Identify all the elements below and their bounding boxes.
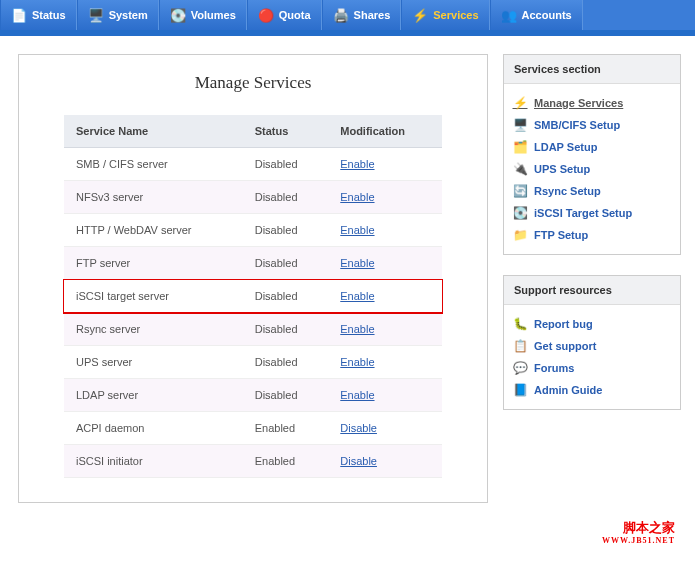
section-link-ldap-setup[interactable]: 🗂️LDAP Setup [510,136,674,158]
service-status: Disabled [243,346,329,379]
link-icon: 📘 [512,383,528,397]
enable-link[interactable]: Enable [340,191,374,203]
service-status: Disabled [243,181,329,214]
nav-system[interactable]: 🖥️System [77,0,159,30]
service-action-cell: Enable [328,247,442,280]
service-status: Disabled [243,379,329,412]
service-name: HTTP / WebDAV server [64,214,243,247]
section-link-rsync-setup[interactable]: 🔄Rsync Setup [510,180,674,202]
service-action-cell: Enable [328,346,442,379]
quota-icon: 🔴 [258,7,274,23]
nav-shares[interactable]: 🖨️Shares [322,0,402,30]
service-name: NFSv3 server [64,181,243,214]
service-name: iSCSI target server [64,280,243,313]
nav-accounts[interactable]: 👥Accounts [490,0,583,30]
link-icon: 🖥️ [512,118,528,132]
enable-link[interactable]: Enable [340,158,374,170]
service-status: Disabled [243,148,329,181]
service-name: FTP server [64,247,243,280]
service-action-cell: Enable [328,379,442,412]
link-icon: 🔌 [512,162,528,176]
enable-link[interactable]: Enable [340,224,374,236]
service-action-cell: Disable [328,445,442,478]
services-section-panel: Services section ⚡Manage Services🖥️SMB/C… [503,54,681,255]
accounts-icon: 👥 [501,7,517,23]
page-title: Manage Services [64,73,442,93]
enable-link[interactable]: Enable [340,257,374,269]
service-status: Disabled [243,280,329,313]
service-name: SMB / CIFS server [64,148,243,181]
service-action-cell: Enable [328,214,442,247]
service-name: Rsync server [64,313,243,346]
panel-header: Support resources [504,276,680,305]
enable-link[interactable]: Enable [340,290,374,302]
support-link-forums[interactable]: 💬Forums [510,357,674,379]
table-row: FTP serverDisabledEnable [64,247,442,280]
nav-services[interactable]: ⚡Services [401,0,489,30]
section-link-ftp-setup[interactable]: 📁FTP Setup [510,224,674,246]
service-status: Enabled [243,445,329,478]
service-name: UPS server [64,346,243,379]
enable-link[interactable]: Enable [340,356,374,368]
section-link-manage-services[interactable]: ⚡Manage Services [510,92,674,114]
services-icon: ⚡ [412,7,428,23]
table-row: SMB / CIFS serverDisabledEnable [64,148,442,181]
service-name: LDAP server [64,379,243,412]
main-panel: Manage Services Service NameStatusModifi… [18,54,488,503]
link-icon: ⚡ [512,96,528,110]
nav-status[interactable]: 📄Status [0,0,77,30]
panel-header: Services section [504,55,680,84]
link-icon: 🐛 [512,317,528,331]
support-link-admin-guide[interactable]: 📘Admin Guide [510,379,674,401]
table-row: iSCSI target serverDisabledEnable [64,280,442,313]
nav-quota[interactable]: 🔴Quota [247,0,322,30]
service-action-cell: Enable [328,148,442,181]
system-icon: 🖥️ [88,7,104,23]
volumes-icon: 💽 [170,7,186,23]
link-icon: 💽 [512,206,528,220]
service-action-cell: Enable [328,280,442,313]
shares-icon: 🖨️ [333,7,349,23]
enable-link[interactable]: Enable [340,389,374,401]
support-link-report-bug[interactable]: 🐛Report bug [510,313,674,335]
status-icon: 📄 [11,7,27,23]
link-icon: 🔄 [512,184,528,198]
services-table: Service NameStatusModification SMB / CIF… [64,115,442,478]
disable-link[interactable]: Disable [340,455,377,467]
table-row: ACPI daemonEnabledDisable [64,412,442,445]
link-icon: 📁 [512,228,528,242]
link-icon: 📋 [512,339,528,353]
table-row: NFSv3 serverDisabledEnable [64,181,442,214]
section-link-iscsi-target-setup[interactable]: 💽iSCSI Target Setup [510,202,674,224]
top-nav: 📄Status🖥️System💽Volumes🔴Quota🖨️Shares⚡Se… [0,0,695,36]
service-status: Disabled [243,247,329,280]
table-row: HTTP / WebDAV serverDisabledEnable [64,214,442,247]
table-row: Rsync serverDisabledEnable [64,313,442,346]
table-row: LDAP serverDisabledEnable [64,379,442,412]
service-action-cell: Enable [328,313,442,346]
service-status: Disabled [243,313,329,346]
section-link-ups-setup[interactable]: 🔌UPS Setup [510,158,674,180]
table-row: UPS serverDisabledEnable [64,346,442,379]
service-name: iSCSI initiator [64,445,243,478]
service-status: Disabled [243,214,329,247]
enable-link[interactable]: Enable [340,323,374,335]
col-header: Status [243,115,329,148]
disable-link[interactable]: Disable [340,422,377,434]
service-name: ACPI daemon [64,412,243,445]
support-panel: Support resources 🐛Report bug📋Get suppor… [503,275,681,410]
table-row: iSCSI initiatorEnabledDisable [64,445,442,478]
service-status: Enabled [243,412,329,445]
service-action-cell: Disable [328,412,442,445]
section-link-smb-cifs-setup[interactable]: 🖥️SMB/CIFS Setup [510,114,674,136]
nav-volumes[interactable]: 💽Volumes [159,0,247,30]
link-icon: 💬 [512,361,528,375]
col-header: Service Name [64,115,243,148]
footer-watermark: 脚本之家 WWW.JB51.NET [0,513,695,553]
support-link-get-support[interactable]: 📋Get support [510,335,674,357]
service-action-cell: Enable [328,181,442,214]
col-header: Modification [328,115,442,148]
link-icon: 🗂️ [512,140,528,154]
